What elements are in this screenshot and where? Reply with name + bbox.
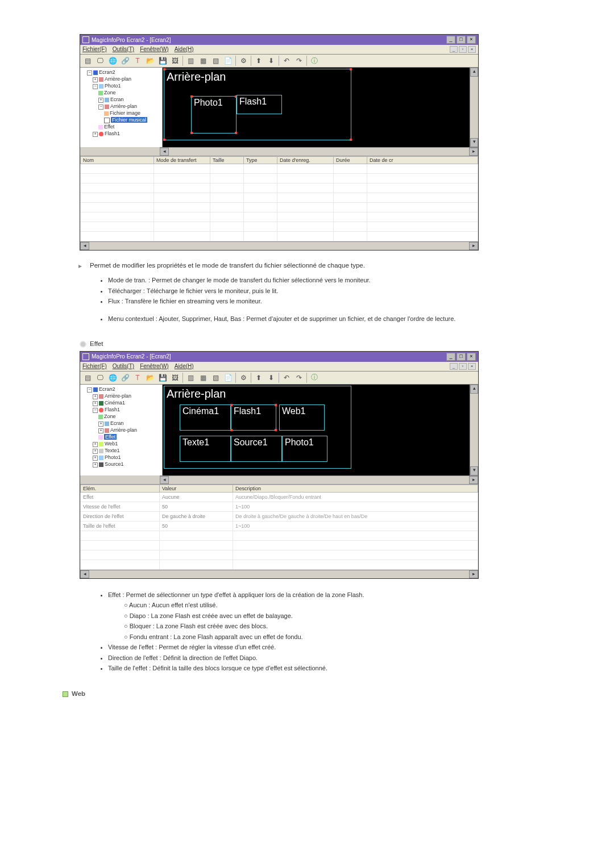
tree-item[interactable]: Arrière-plan: [110, 427, 137, 433]
horizontal-scrollbar[interactable]: ◂▸: [80, 241, 478, 250]
vertical-scrollbar[interactable]: ▴▾: [470, 385, 478, 475]
table-row[interactable]: [81, 222, 478, 232]
horizontal-scrollbar[interactable]: ◂▸: [160, 475, 478, 484]
tool-undo-icon[interactable]: ↶: [281, 373, 292, 383]
canvas[interactable]: Arrière-plan Photo1 Flash1 ▴▾: [163, 68, 478, 147]
tool-monitor-icon[interactable]: 🖵: [95, 56, 105, 66]
tool-front-icon[interactable]: ⬆: [254, 56, 264, 66]
tree-item[interactable]: Zone: [104, 90, 116, 95]
col-duree[interactable]: Durée: [334, 157, 367, 164]
tree-item[interactable]: Ecran: [110, 97, 124, 102]
tree-item[interactable]: Arrière-plan: [105, 76, 131, 82]
horizontal-scrollbar[interactable]: ◂▸: [80, 570, 478, 578]
tool-screen-icon[interactable]: ▤: [82, 373, 93, 383]
col-desc[interactable]: Description: [233, 485, 478, 492]
tool-image-icon[interactable]: 🖼: [170, 373, 180, 383]
close-button[interactable]: ×: [467, 353, 476, 361]
table-row[interactable]: [81, 193, 478, 203]
region-flash1[interactable]: Flash1: [237, 95, 282, 114]
tree-item[interactable]: Fichier image: [110, 110, 140, 116]
tool-text-icon[interactable]: T: [132, 56, 143, 66]
table-row[interactable]: Taille de l'effet 50 1~100: [81, 521, 478, 531]
tree-item[interactable]: Ecran2: [99, 386, 115, 392]
col-date[interactable]: Date d'enreg.: [277, 157, 334, 164]
tool-globe-icon[interactable]: 🌐: [107, 373, 118, 383]
menu-window[interactable]: Fenêtre(W): [140, 363, 169, 370]
effect-table[interactable]: Elém. Valeur Description Effet Aucune Au…: [80, 484, 478, 570]
tree-item[interactable]: Flash1: [105, 131, 120, 136]
tool-globe-icon[interactable]: 🌐: [107, 56, 118, 66]
tool-undo-icon[interactable]: ↶: [281, 56, 292, 66]
vertical-scrollbar[interactable]: ▴▾: [470, 68, 478, 147]
doc-restore-button[interactable]: ▫: [459, 363, 467, 370]
table-row[interactable]: Effet Aucune Aucune/Diapo./Bloquer/Fondu…: [81, 492, 478, 502]
col-taille[interactable]: Taille: [210, 157, 244, 164]
tool-screen-icon[interactable]: ▤: [82, 56, 93, 66]
doc-close-button[interactable]: ×: [468, 46, 476, 53]
canvas[interactable]: Arrière-plan Cinéma1 Flash1 Web1 Texte1 …: [163, 385, 478, 475]
region-texte1[interactable]: Texte1: [180, 436, 231, 462]
menu-tools[interactable]: Outils(T): [113, 46, 134, 53]
tree-item[interactable]: Ecran: [110, 420, 124, 426]
table-row[interactable]: [81, 232, 478, 241]
tree-item[interactable]: Arrière-plan: [105, 393, 131, 399]
tree-item[interactable]: Photo1: [105, 454, 121, 460]
tree-pane[interactable]: −Ecran2 +Arrière-plan +Cinéma1 −Flash1 Z…: [80, 385, 163, 475]
tree-item[interactable]: Arrière-plan: [110, 103, 137, 109]
col-datecr[interactable]: Date de cr: [367, 157, 478, 164]
table-row[interactable]: Vitesse de l'effet 50 1~100: [81, 502, 478, 511]
tool-image-icon[interactable]: 🖼: [170, 56, 180, 66]
tool-align2-icon[interactable]: ▦: [198, 373, 208, 383]
titlebar[interactable]: MagicInfoPro Ecran2 - [Ecran2] _ □ ×: [80, 352, 478, 362]
tool-save-icon[interactable]: 💾: [157, 373, 168, 383]
region-flash1[interactable]: Flash1: [231, 404, 276, 431]
tree-item[interactable]: Effet: [104, 124, 114, 130]
col-elem[interactable]: Elém.: [81, 485, 160, 492]
table-row[interactable]: [81, 164, 478, 174]
table-row[interactable]: [81, 212, 478, 222]
tree-item[interactable]: Ecran2: [99, 69, 115, 75]
doc-close-button[interactable]: ×: [468, 363, 476, 370]
table-row[interactable]: [81, 531, 478, 540]
table-row[interactable]: [81, 540, 478, 550]
region-web1[interactable]: Web1: [279, 404, 325, 431]
tree-item[interactable]: Cinéma1: [105, 400, 125, 406]
tool-doc-icon[interactable]: 📄: [223, 56, 233, 66]
tool-info-icon[interactable]: ⓘ: [309, 56, 320, 66]
horizontal-scrollbar[interactable]: ◂▸: [160, 147, 478, 156]
doc-minimize-button[interactable]: _: [450, 46, 458, 53]
tree-item-selected[interactable]: Effet: [104, 434, 117, 440]
tool-gear-icon[interactable]: ⚙: [238, 373, 248, 383]
col-nom[interactable]: Nom: [81, 157, 154, 164]
region-source1[interactable]: Source1: [231, 436, 282, 462]
region-photo1[interactable]: Photo1: [282, 436, 327, 462]
menu-window[interactable]: Fenêtre(W): [140, 46, 169, 53]
tool-align2-icon[interactable]: ▦: [198, 56, 208, 66]
region-cinema1[interactable]: Cinéma1: [180, 404, 231, 431]
menu-tools[interactable]: Outils(T): [113, 363, 134, 370]
tool-folder-icon[interactable]: 📂: [145, 56, 155, 66]
tree-item[interactable]: Flash1: [105, 407, 120, 412]
tool-monitor-icon[interactable]: 🖵: [95, 373, 105, 383]
tool-back-icon[interactable]: ⬇: [266, 56, 276, 66]
tool-align1-icon[interactable]: ▥: [185, 373, 196, 383]
menu-help[interactable]: Aide(H): [175, 46, 194, 53]
maximize-button[interactable]: □: [457, 353, 466, 361]
table-row[interactable]: [81, 203, 478, 212]
tree-item[interactable]: Web1: [105, 441, 118, 446]
tool-align3-icon[interactable]: ▧: [210, 56, 221, 66]
maximize-button[interactable]: □: [457, 36, 466, 44]
tool-link-icon[interactable]: 🔗: [120, 56, 130, 66]
tool-save-icon[interactable]: 💾: [157, 56, 168, 66]
tool-redo-icon[interactable]: ↷: [294, 56, 304, 66]
tree-item[interactable]: Texte1: [105, 448, 120, 453]
table-row[interactable]: [81, 560, 478, 569]
table-row[interactable]: Direction de l'effet De gauche à droite …: [81, 511, 478, 521]
tool-gear-icon[interactable]: ⚙: [238, 56, 248, 66]
minimize-button[interactable]: _: [446, 353, 455, 361]
file-table[interactable]: Nom Mode de transfert Taille Type Date d…: [80, 156, 478, 241]
tool-text-icon[interactable]: T: [132, 373, 143, 383]
minimize-button[interactable]: _: [446, 36, 455, 44]
tool-info-icon[interactable]: ⓘ: [309, 373, 320, 383]
tool-doc-icon[interactable]: 📄: [223, 373, 233, 383]
